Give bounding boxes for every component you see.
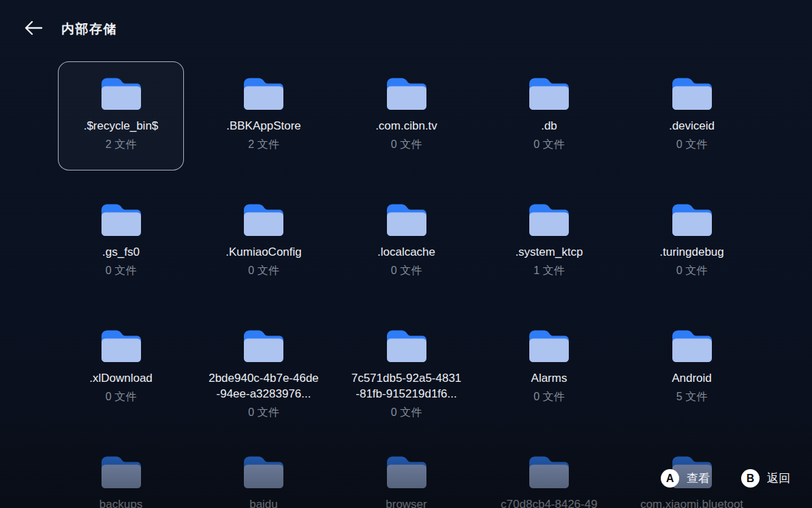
folder-item[interactable]: .xlDownload 0 文件: [58, 314, 184, 423]
folder-name: .com.cibn.tv: [375, 118, 437, 134]
page-title: 内部存储: [61, 20, 117, 38]
folder-name: .system_ktcp: [515, 244, 582, 260]
folder-icon: [99, 75, 144, 113]
folder-icon: [527, 453, 572, 491]
folder-icon: [99, 453, 144, 491]
folder-count: 0 文件: [533, 390, 564, 404]
folder-item[interactable]: .turingdebug 0 文件: [629, 188, 755, 297]
folder-name: Android: [672, 370, 712, 386]
folder-count: 0 文件: [676, 138, 707, 152]
folder-icon: [670, 75, 715, 113]
folder-count: 0 文件: [106, 390, 136, 404]
hint-view-label: 查看: [687, 470, 710, 486]
folder-icon: [670, 201, 715, 239]
folder-item[interactable]: .deviceid 0 文件: [629, 61, 755, 170]
folder-name: baidu: [249, 496, 278, 508]
folder-name: browser: [386, 496, 426, 508]
folder-count: 2 文件: [106, 138, 136, 152]
folder-grid: .$recycle_bin$ 2 文件 .BBKAppStore 2 文件 .c…: [58, 61, 755, 508]
folder-count: 0 文件: [391, 264, 422, 278]
hint-back-button[interactable]: B 返回: [741, 469, 790, 488]
folder-icon: [241, 201, 286, 239]
folder-name: 7c571db5-92a5-4831-81fb-915219d1f6...: [352, 370, 462, 402]
folder-item[interactable]: .KumiaoConfig 0 文件: [201, 188, 327, 297]
folder-item[interactable]: Alarms 0 文件: [486, 314, 612, 423]
header: 内部存储: [23, 20, 117, 38]
folder-name: Alarms: [531, 370, 567, 386]
folder-icon: [527, 201, 572, 239]
folder-icon: [384, 327, 429, 365]
folder-icon: [241, 327, 286, 365]
folder-item[interactable]: backups: [58, 440, 184, 508]
controller-hints: A 查看 B 返回: [661, 469, 790, 488]
folder-count: 0 文件: [391, 406, 422, 420]
button-a-icon: A: [661, 469, 679, 488]
folder-item[interactable]: .localcache 0 文件: [343, 188, 469, 297]
folder-icon: [384, 453, 429, 491]
folder-icon: [99, 201, 144, 239]
folder-item[interactable]: .gs_fs0 0 文件: [58, 188, 184, 297]
back-arrow-icon: [23, 20, 44, 39]
hint-view-button[interactable]: A 查看: [661, 469, 710, 488]
folder-item[interactable]: .system_ktcp 1 文件: [486, 188, 612, 297]
folder-name: com.xiaomi.bluetoot: [640, 496, 743, 508]
folder-count: 0 文件: [533, 138, 564, 152]
folder-count: 0 文件: [248, 264, 279, 278]
folder-icon: [670, 327, 715, 365]
folder-item[interactable]: c70d8cb4-8426-49: [486, 440, 612, 508]
folder-name: .gs_fs0: [102, 244, 140, 260]
folder-name: .turingdebug: [659, 244, 724, 260]
folder-item[interactable]: 7c571db5-92a5-4831-81fb-915219d1f6... 0 …: [343, 314, 469, 423]
folder-count: 0 文件: [106, 264, 136, 278]
folder-name: .db: [541, 118, 557, 134]
folder-name: .localcache: [377, 244, 435, 260]
folder-icon: [241, 75, 286, 113]
folder-icon: [241, 453, 286, 491]
folder-name: .xlDownload: [89, 370, 153, 386]
folder-item[interactable]: browser: [343, 440, 469, 508]
folder-count: 0 文件: [248, 406, 279, 420]
folder-count: 5 文件: [676, 390, 707, 404]
folder-count: 2 文件: [248, 138, 279, 152]
folder-name: 2bde940c-4b7e-46de-94ee-a3283976...: [208, 370, 319, 402]
folder-count: 1 文件: [533, 264, 564, 278]
button-b-icon: B: [741, 469, 760, 488]
folder-item[interactable]: .db 0 文件: [486, 61, 612, 170]
hint-back-label: 返回: [767, 470, 790, 486]
folder-item[interactable]: .BBKAppStore 2 文件: [201, 61, 327, 170]
folder-item[interactable]: Android 5 文件: [629, 314, 755, 423]
folder-name: c70d8cb4-8426-49: [501, 496, 597, 508]
folder-name: .BBKAppStore: [226, 118, 301, 134]
folder-icon: [384, 201, 429, 239]
folder-icon: [384, 75, 429, 113]
folder-icon: [99, 327, 144, 365]
folder-name: backups: [99, 496, 142, 508]
folder-item[interactable]: 2bde940c-4b7e-46de-94ee-a3283976... 0 文件: [201, 314, 327, 423]
folder-icon: [527, 75, 572, 113]
folder-count: 0 文件: [391, 138, 422, 152]
folder-item[interactable]: .$recycle_bin$ 2 文件: [58, 61, 184, 170]
folder-item[interactable]: baidu: [201, 440, 327, 508]
back-button[interactable]: [23, 20, 44, 38]
folder-name: .deviceid: [669, 118, 715, 134]
folder-name: .$recycle_bin$: [84, 118, 159, 134]
folder-name: .KumiaoConfig: [225, 244, 302, 260]
folder-item[interactable]: .com.cibn.tv 0 文件: [343, 61, 469, 170]
folder-count: 0 文件: [676, 264, 707, 278]
folder-icon: [527, 327, 572, 365]
